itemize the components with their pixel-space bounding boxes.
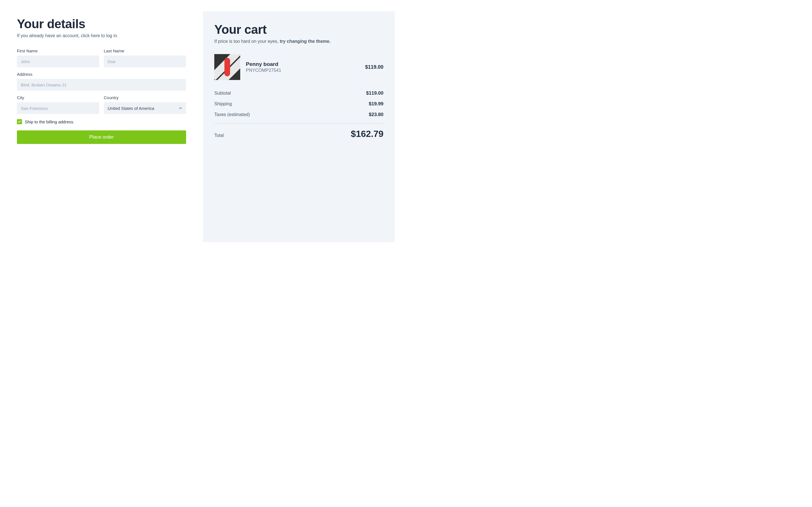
country-label: Country	[104, 95, 186, 100]
cart-item: Penny board PNYCOMP27541 $119.00	[214, 54, 384, 80]
total-label: Total	[214, 133, 224, 138]
country-select[interactable]: United States of America	[104, 102, 186, 114]
address-input[interactable]	[17, 79, 186, 91]
city-input[interactable]	[17, 102, 99, 114]
last-name-label: Last Name	[104, 48, 186, 53]
place-order-button[interactable]: Place order	[17, 130, 186, 144]
cart-subtitle: If price is too hard on your eyes, try c…	[214, 39, 384, 44]
product-name: Penny board	[246, 61, 359, 67]
product-sku: PNYCOMP27541	[246, 68, 359, 73]
total-value: $162.79	[351, 129, 384, 139]
country-value: United States of America	[108, 106, 154, 111]
cart-panel: Your cart If price is too hard on your e…	[203, 11, 395, 242]
address-label: Address	[17, 72, 186, 76]
last-name-input[interactable]	[104, 55, 186, 67]
shipping-label: Shipping	[214, 101, 232, 107]
ship-to-billing-label: Ship to the billing address.	[25, 119, 74, 124]
product-price: $119.00	[365, 64, 384, 70]
first-name-label: First Name	[17, 48, 99, 53]
subtotal-value: $119.00	[366, 91, 384, 96]
ship-to-billing-checkbox[interactable]	[17, 119, 22, 124]
shipping-value: $19.99	[369, 101, 384, 107]
divider	[214, 123, 384, 124]
taxes-value: $23.80	[369, 112, 384, 117]
subtotal-label: Subtotal	[214, 91, 231, 96]
taxes-label: Taxes (estimated)	[214, 112, 250, 117]
details-panel: Your details If you already have an acco…	[11, 11, 192, 242]
first-name-input[interactable]	[17, 55, 99, 67]
chevron-down-icon	[179, 107, 182, 110]
details-heading: Your details	[17, 17, 186, 31]
city-label: City	[17, 95, 99, 100]
theme-link[interactable]: try changing the theme.	[280, 39, 331, 44]
product-image	[214, 54, 240, 80]
details-subtitle[interactable]: If you already have an account, click he…	[17, 33, 186, 38]
cart-heading: Your cart	[214, 22, 384, 37]
check-icon	[18, 120, 21, 123]
